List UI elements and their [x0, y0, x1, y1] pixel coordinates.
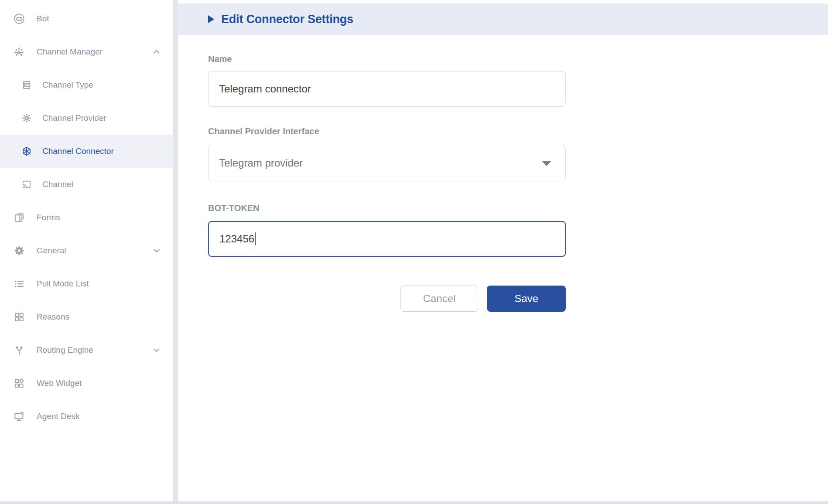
sidebar-item-channel-manager[interactable]: Channel Manager	[0, 35, 173, 68]
cancel-button[interactable]: Cancel	[400, 286, 478, 312]
channel-connector-icon	[21, 146, 32, 157]
name-label: Name	[208, 54, 232, 64]
sidebar-item-bot[interactable]: Bot	[0, 2, 173, 35]
provider-interface-value: Telegram provider	[219, 157, 303, 169]
sidebar-item-label: Agent Desk	[37, 412, 79, 421]
triangle-right-icon	[208, 15, 214, 23]
sidebar-item-label: Web Widget	[37, 378, 82, 388]
gear-icon	[13, 245, 25, 257]
channel-manager-icon	[13, 46, 25, 58]
sidebar-item-channel[interactable]: Channel	[0, 168, 173, 201]
route-split-icon	[13, 344, 25, 356]
sidebar-item-channel-connector[interactable]: Channel Connector	[0, 135, 173, 168]
sidebar-item-channel-provider[interactable]: Channel Provider	[0, 102, 173, 135]
sidebar-item-reasons[interactable]: Reasons	[0, 300, 173, 334]
sidebar: Bot Channel Manager	[0, 0, 173, 504]
sidebar-item-pull-mode-list[interactable]: Pull Mode List	[0, 267, 173, 300]
main-content: Edit Connector Settings Name Telegram co…	[178, 0, 828, 504]
page-title: Edit Connector Settings	[221, 13, 353, 26]
sidebar-item-channel-type[interactable]: Channel Type	[0, 68, 173, 102]
provider-interface-select[interactable]: Telegram provider	[208, 145, 566, 181]
channel-provider-icon	[21, 112, 32, 124]
sidebar-item-label: Channel Type	[42, 80, 93, 90]
save-button[interactable]: Save	[487, 286, 566, 312]
sidebar-item-label: General	[37, 246, 66, 255]
bot-token-input[interactable]: 123456	[208, 221, 566, 257]
channel-type-icon	[21, 79, 32, 91]
page-header: Edit Connector Settings	[178, 3, 828, 35]
sidebar-item-label: Channel Manager	[37, 47, 103, 57]
widgets-icon	[13, 377, 25, 389]
forms-icon	[13, 211, 25, 224]
text-caret	[255, 232, 256, 245]
chevron-down-icon[interactable]	[151, 345, 162, 355]
sidebar-item-label: Reasons	[37, 312, 69, 322]
sidebar-item-label: Bot	[37, 14, 49, 24]
sidebar-item-web-widget[interactable]: Web Widget	[0, 367, 173, 400]
bot-icon	[13, 13, 25, 25]
sidebar-item-label: Forms	[37, 213, 60, 222]
sidebar-scrollbar-track[interactable]	[173, 0, 178, 504]
name-input[interactable]: Telegram connector	[208, 71, 566, 107]
bottom-edge-bar	[0, 501, 828, 504]
sidebar-item-agent-desk[interactable]: Agent Desk	[0, 400, 173, 433]
sidebar-item-label: Channel Provider	[42, 113, 106, 123]
bot-token-value: 123456	[219, 233, 254, 245]
chevron-up-icon[interactable]	[151, 47, 162, 57]
name-input-value: Telegram connector	[219, 83, 311, 95]
sidebar-item-label: Channel	[42, 180, 73, 189]
sidebar-item-label: Channel Connector	[42, 146, 114, 156]
chevron-down-icon[interactable]	[151, 245, 162, 256]
sidebar-item-label: Routing Engine	[37, 345, 93, 355]
sidebar-item-forms[interactable]: Forms	[0, 201, 173, 234]
dropdown-arrow-icon	[542, 161, 551, 166]
grid-icon	[13, 311, 25, 323]
sidebar-item-label: Pull Mode List	[37, 279, 89, 289]
channel-cast-icon	[21, 179, 32, 190]
bot-token-label: BOT-TOKEN	[208, 203, 259, 213]
provider-interface-label: Channel Provider Interface	[208, 126, 319, 136]
sidebar-item-routing-engine[interactable]: Routing Engine	[0, 334, 173, 367]
agent-desk-icon	[13, 410, 25, 422]
sidebar-item-general[interactable]: General	[0, 234, 173, 267]
list-icon	[13, 278, 25, 290]
